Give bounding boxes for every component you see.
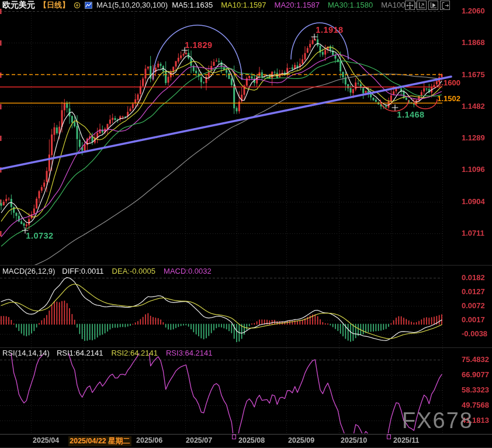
- macd-value-label: DEA:-0.0005: [112, 267, 155, 275]
- macd-name: MACD(26,12,9): [2, 267, 55, 275]
- add-favorite-icon[interactable]: [74, 2, 81, 9]
- macd-value-label: DIFF:0.0011: [62, 267, 103, 275]
- mini-chart-icon[interactable]: [85, 2, 92, 9]
- ma-value-label: MA5:1.1635: [172, 0, 213, 10]
- axis-zoom-icon[interactable]: [417, 1, 427, 10]
- rsi-name: RSI(14,14,14): [2, 349, 50, 357]
- chart-toolbar: [405, 1, 450, 10]
- axis-play-icon[interactable]: [428, 1, 438, 10]
- ma-value-label: MA30:1.1580: [328, 0, 373, 10]
- trading-app-window: 欧元美元 【日线】 MA1(5,10,20,30,100) MA5:1.1635…: [0, 0, 492, 448]
- ma-group-label: MA1(5,10,20,30,100): [96, 0, 168, 10]
- watermark: FX678: [402, 408, 473, 433]
- ma-values: MA5:1.1635MA10:1.1597MA20:1.1587MA30:1.1…: [172, 0, 422, 10]
- period-label: 【日线】: [39, 0, 70, 10]
- macd-label-row: MACD(26,12,9) DIFF:0.0011DEA:-0.0005MACD…: [2, 267, 212, 275]
- rsi-value-label: RSI2:64.2141: [111, 349, 158, 357]
- ma-value-label: MA20:1.1587: [275, 0, 320, 10]
- symbol-name: 欧元美元: [2, 0, 35, 10]
- price-chart-canvas[interactable]: [0, 0, 492, 448]
- rsi-value-label: RSI1:64.2141: [57, 349, 103, 357]
- rsi-label-row: RSI(14,14,14) RSI1:64.2141RSI2:64.2141RS…: [2, 349, 212, 357]
- rsi-values: RSI1:64.2141RSI2:64.2141RSI3:64.2141: [57, 349, 213, 357]
- ma-value-label: MA10:1.1597: [221, 0, 266, 10]
- rsi-value-label: RSI3:64.2141: [166, 349, 213, 357]
- move-icon[interactable]: [405, 1, 415, 10]
- macd-value-label: MACD:0.0032: [164, 267, 212, 275]
- exit-icon[interactable]: [440, 1, 450, 10]
- macd-values: DIFF:0.0011DEA:-0.0005MACD:0.0032: [62, 267, 211, 275]
